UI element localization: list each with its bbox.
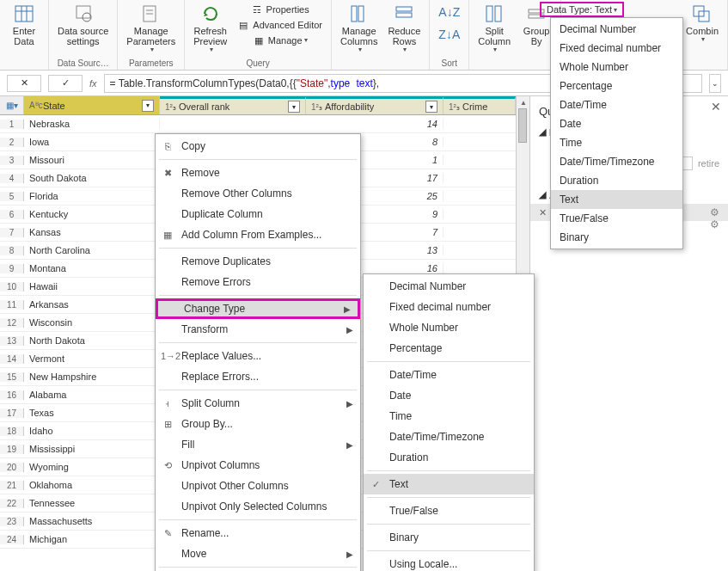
datatype-option-text[interactable]: Text (551, 190, 682, 209)
menu-item-fill[interactable]: Fill▶ (156, 434, 360, 455)
fx-cancel-button[interactable]: ✕ (7, 75, 41, 92)
delete-step-icon[interactable]: ✕ (539, 207, 547, 218)
menu-item-replace-errors-[interactable]: Replace Errors... (156, 366, 360, 387)
manage-parameters-button[interactable]: Manage Parameters▾ (123, 2, 179, 56)
datatype-option-decimal-number[interactable]: Decimal Number (551, 20, 682, 39)
menu-item-replace-values-[interactable]: 1→2Replace Values... (156, 346, 360, 366)
refresh-preview-button[interactable]: Refresh Preview▾ (190, 2, 230, 56)
scroll-thumb[interactable] (518, 108, 527, 143)
combine-button[interactable]: Combin▾ (682, 2, 722, 46)
type-option-fixed-decimal-number[interactable]: Fixed decimal number (364, 297, 534, 317)
scroll-up-icon[interactable]: ▲ (517, 96, 530, 108)
type-option-date-time-timezone[interactable]: Date/Time/Timezone (364, 427, 534, 447)
cell-state[interactable]: Wisconsin (24, 317, 160, 328)
menu-item-move[interactable]: Move▶ (156, 543, 360, 564)
manage-button[interactable]: ▦Manage▾ (234, 33, 326, 48)
cell-afford[interactable]: 14 (306, 119, 444, 129)
column-header-crime[interactable]: 1²₃Crime (444, 96, 516, 114)
type-option-using-locale-[interactable]: Using Locale... (364, 554, 534, 571)
sort-desc-button[interactable]: Z↓A (435, 24, 463, 46)
menu-item-remove-duplicates[interactable]: Remove Duplicates (156, 251, 360, 272)
datatype-option-binary[interactable]: Binary (551, 228, 682, 247)
column-header-affordability[interactable]: 1²₃Affordability▾ (306, 96, 444, 114)
cell-state[interactable]: Montana (24, 263, 160, 273)
menu-item-transform[interactable]: Transform▶ (156, 319, 360, 340)
menu-item-duplicate-column[interactable]: Duplicate Column (156, 204, 360, 224)
cell-state[interactable]: Alabama (24, 390, 160, 400)
manage-columns-button[interactable]: Manage Columns▾ (337, 2, 381, 56)
type-option-time[interactable]: Time (364, 406, 534, 427)
reduce-rows-button[interactable]: Reduce Rows▾ (384, 2, 424, 56)
cell-state[interactable]: Missouri (24, 155, 160, 165)
cell-state[interactable]: North Carolina (24, 245, 160, 255)
menu-item-add-column-from-examples-[interactable]: ▦Add Column From Examples... (156, 224, 360, 245)
column-header-state[interactable]: AᴮcState▾ (24, 96, 160, 114)
datatype-option-true-false[interactable]: True/False (551, 209, 682, 228)
data-source-settings-button[interactable]: Data source settings (54, 2, 112, 48)
menu-item-remove[interactable]: ✖Remove (156, 163, 360, 183)
type-option-decimal-number[interactable]: Decimal Number (364, 276, 534, 297)
column-header-overall-rank[interactable]: 1²₃Overall rank▾ (160, 96, 306, 114)
cell-state[interactable]: Vermont (24, 353, 160, 364)
datatype-option-whole-number[interactable]: Whole Number (551, 58, 682, 77)
gear-icon[interactable]: ⚙ (710, 206, 719, 218)
type-option-text[interactable]: ✓Text (364, 474, 534, 494)
close-panel-button[interactable]: ✕ (711, 100, 721, 114)
type-option-date[interactable]: Date (364, 385, 534, 406)
datatype-option-fixed-decimal-number[interactable]: Fixed decimal number (551, 39, 682, 58)
data-type-dropdown-trigger[interactable]: Data Type: Text▾ (540, 2, 624, 17)
cell-state[interactable]: Nebraska (24, 119, 160, 129)
fx-confirm-button[interactable]: ✓ (48, 75, 83, 92)
split-column-button[interactable]: Split Column▾ (474, 2, 514, 56)
gear-icon[interactable]: ⚙ (710, 218, 719, 230)
menu-item-change-type[interactable]: Change Type▶ (156, 298, 360, 319)
menu-item-unpivot-columns[interactable]: ⟲Unpivot Columns (156, 455, 360, 476)
menu-item-rename-[interactable]: ✎Rename... (156, 523, 360, 543)
cell-state[interactable]: Oklahoma (24, 480, 160, 490)
formula-dropdown[interactable]: ⌄ (709, 74, 721, 93)
column-filter-overall[interactable]: ▾ (288, 101, 300, 113)
type-option-whole-number[interactable]: Whole Number (364, 317, 534, 338)
cell-state[interactable]: Tennessee (24, 498, 160, 508)
cell-state[interactable]: Kansas (24, 227, 160, 237)
menu-item-copy[interactable]: ⎘Copy (156, 136, 360, 157)
column-filter-state[interactable]: ▾ (142, 100, 154, 112)
cell-state[interactable]: North Dakota (24, 335, 160, 346)
table-row[interactable]: 1Nebraska14 (0, 115, 516, 133)
column-filter-afford[interactable]: ▾ (425, 101, 437, 113)
type-option-true-false[interactable]: True/False (364, 500, 534, 521)
select-all-cell[interactable]: ▦▾ (0, 96, 24, 114)
cell-state[interactable]: Michigan (24, 534, 160, 544)
advanced-editor-button[interactable]: ▤Advanced Editor (234, 17, 326, 33)
menu-item-unpivot-only-selected-columns[interactable]: Unpivot Only Selected Columns (156, 496, 360, 517)
cell-state[interactable]: Mississippi (24, 444, 160, 454)
cell-state[interactable]: Florida (24, 191, 160, 201)
cell-state[interactable]: Kentucky (24, 209, 160, 219)
datatype-option-percentage[interactable]: Percentage (551, 77, 682, 95)
cell-state[interactable]: Massachusetts (24, 516, 160, 526)
sort-asc-button[interactable]: A↓Z (435, 2, 463, 24)
cell-state[interactable]: Iowa (24, 137, 160, 147)
menu-item-unpivot-other-columns[interactable]: Unpivot Other Columns (156, 476, 360, 496)
menu-item-group-by-[interactable]: ⊞Group By... (156, 414, 360, 434)
type-option-binary[interactable]: Binary (364, 527, 534, 548)
datatype-option-date[interactable]: Date (551, 114, 682, 133)
cell-state[interactable]: New Hampshire (24, 371, 160, 382)
menu-item-remove-other-columns[interactable]: Remove Other Columns (156, 183, 360, 204)
datatype-option-time[interactable]: Time (551, 133, 682, 152)
type-option-percentage[interactable]: Percentage (364, 338, 534, 359)
cell-state[interactable]: Wyoming (24, 462, 160, 472)
cell-state[interactable]: Hawaii (24, 281, 160, 292)
datatype-option-date-time[interactable]: Date/Time (551, 95, 682, 114)
type-option-duration[interactable]: Duration (364, 447, 534, 468)
datatype-option-date-time-timezone[interactable]: Date/Time/Timezone (551, 152, 682, 171)
cell-state[interactable]: Idaho (24, 426, 160, 436)
enter-data-button[interactable]: Enter Data (5, 2, 43, 48)
cell-state[interactable]: South Dakota (24, 173, 160, 183)
datatype-option-duration[interactable]: Duration (551, 171, 682, 190)
menu-item-remove-errors[interactable]: Remove Errors (156, 272, 360, 292)
properties-button[interactable]: ☶Properties (234, 2, 326, 17)
menu-item-split-column[interactable]: ⫞Split Column▶ (156, 393, 360, 414)
cell-state[interactable]: Texas (24, 408, 160, 418)
cell-state[interactable]: Arkansas (24, 299, 160, 310)
